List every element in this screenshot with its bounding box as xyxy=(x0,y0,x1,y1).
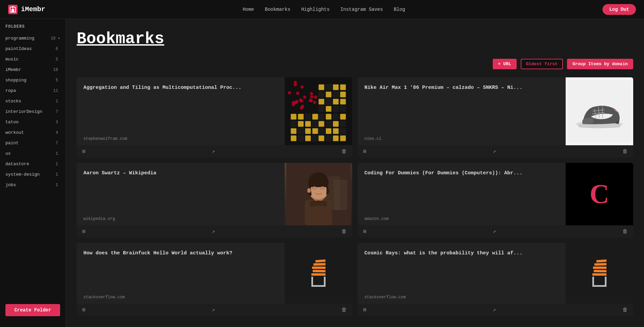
share-icon[interactable]: ↗ xyxy=(493,148,496,155)
bookmark-footer: ⊞ ↗ 🗑 xyxy=(77,145,352,157)
folder-name: iMembr xyxy=(5,67,53,72)
bookmark-text-section: Cosmic Rays: what is the probability the… xyxy=(358,243,566,304)
grid-icon[interactable]: ⊞ xyxy=(82,228,85,235)
folder-name: interiorDesign xyxy=(5,109,56,114)
svg-rect-34 xyxy=(340,99,346,104)
bookmark-image xyxy=(566,243,633,304)
grid-icon[interactable]: ⊞ xyxy=(82,148,85,155)
bookmark-title: Nike Air Max 1 '86 Premium – calzado – S… xyxy=(364,84,559,91)
folder-count: 11 xyxy=(53,89,58,93)
nav-bookmarks[interactable]: Bookmarks xyxy=(265,7,290,12)
bookmark-domain: stephenwolfram.com xyxy=(83,136,278,141)
brand-logo[interactable]: iMembr xyxy=(8,5,45,14)
trash-icon[interactable]: 🗑 xyxy=(622,148,628,155)
logout-button[interactable]: Log Out xyxy=(602,4,636,15)
folder-name: stocks xyxy=(5,99,56,104)
sidebar-item-ropa[interactable]: ropa 11 xyxy=(0,85,66,96)
nav-instagram-saves[interactable]: Instagram Saves xyxy=(340,7,383,12)
bookmark-card: Aaron Swartz – Wikipediawikipedia.org xyxy=(77,163,352,237)
sidebar-item-paint[interactable]: paint 7 xyxy=(0,138,66,148)
folder-name: datastore xyxy=(5,161,56,167)
main-content: Bookmarks + URL Oldest first Group Items… xyxy=(66,19,644,327)
share-icon[interactable]: ↗ xyxy=(493,228,496,235)
svg-rect-62 xyxy=(340,121,346,127)
sidebar-item-paintIdeas[interactable]: paintIdeas 6 xyxy=(0,44,66,54)
grid-icon[interactable]: ⊞ xyxy=(82,306,85,313)
folder-name: workout xyxy=(5,130,56,135)
share-icon[interactable]: ↗ xyxy=(212,306,215,313)
svg-rect-59 xyxy=(318,121,324,127)
sidebar-item-system-design[interactable]: system-design 1 xyxy=(0,169,66,180)
folder-count: 1 xyxy=(56,183,58,187)
bookmark-card: Aggregation and Tiling as Multicomputati… xyxy=(77,77,352,157)
sidebar-item-iMembr[interactable]: iMembr 18 xyxy=(0,65,66,75)
bookmark-card: Nike Air Max 1 '86 Premium – calzado – S… xyxy=(358,77,633,157)
trash-icon[interactable]: 🗑 xyxy=(622,228,628,235)
group-button[interactable]: Group Items by domain xyxy=(567,59,633,69)
svg-rect-32 xyxy=(326,99,331,104)
svg-point-18 xyxy=(300,99,303,103)
folder-list: programming 16 ▾ paintIdeas 6 music 5 iM… xyxy=(0,33,66,299)
nav-blog[interactable]: Blog xyxy=(394,7,405,12)
sort-button[interactable]: Oldest first xyxy=(521,59,563,69)
brand-name: iMembr xyxy=(21,5,45,13)
sidebar-item-datastore[interactable]: datastore 1 xyxy=(0,159,66,169)
folder-name: paintIdeas xyxy=(5,46,56,51)
svg-rect-24 xyxy=(326,84,331,90)
trash-icon[interactable]: 🗑 xyxy=(622,307,628,313)
sidebar-item-tatoo[interactable]: tatoo 3 xyxy=(0,117,66,127)
bookmark-text-section: Nike Air Max 1 '86 Premium – calzado – S… xyxy=(358,77,566,145)
folder-name: programming xyxy=(5,36,51,41)
bookmark-card: Cosmic Rays: what is the probability the… xyxy=(358,243,633,316)
bookmark-body: Nike Air Max 1 '86 Premium – calzado – S… xyxy=(358,77,633,145)
svg-rect-54 xyxy=(312,135,318,141)
folder-count: 7 xyxy=(56,109,58,114)
svg-rect-30 xyxy=(340,92,346,97)
svg-rect-37 xyxy=(333,106,339,112)
folder-count: 16 xyxy=(51,36,55,41)
svg-rect-69 xyxy=(333,135,339,141)
sidebar-item-stocks[interactable]: stocks 1 xyxy=(0,96,66,106)
sidebar-item-shopping[interactable]: shopping 5 xyxy=(0,75,66,85)
page-title: Bookmarks xyxy=(77,30,633,48)
nav-highlights[interactable]: Highlights xyxy=(301,7,330,12)
bookmark-title: Coding For Dummies (For Dummies (Compute… xyxy=(364,170,559,177)
svg-rect-61 xyxy=(333,121,339,127)
svg-rect-63 xyxy=(318,128,324,134)
svg-point-21 xyxy=(294,101,298,104)
grid-icon[interactable]: ⊞ xyxy=(363,228,366,235)
sidebar-item-workout[interactable]: workout 4 xyxy=(0,127,66,138)
svg-rect-39 xyxy=(291,114,297,120)
nav-home[interactable]: Home xyxy=(243,7,254,12)
folder-name: tatoo xyxy=(5,120,56,125)
sidebar-item-interiorDesign[interactable]: interiorDesign 7 xyxy=(0,106,66,117)
bookmark-image xyxy=(285,243,352,304)
trash-icon[interactable]: 🗑 xyxy=(341,307,347,313)
share-icon[interactable]: ↗ xyxy=(212,148,215,155)
svg-rect-58 xyxy=(340,114,346,120)
share-icon[interactable]: ↗ xyxy=(212,228,215,235)
sidebar: FOLDERS programming 16 ▾ paintIdeas 6 mu… xyxy=(0,19,66,327)
svg-rect-23 xyxy=(318,84,324,90)
bookmark-image xyxy=(285,77,352,145)
trash-icon[interactable]: 🗑 xyxy=(341,228,347,235)
bookmark-card: How does the Brainfuck Hello World actua… xyxy=(77,243,352,316)
share-icon[interactable]: ↗ xyxy=(493,306,496,313)
trash-icon[interactable]: 🗑 xyxy=(341,148,347,155)
svg-rect-52 xyxy=(298,135,304,141)
svg-rect-29 xyxy=(333,92,339,97)
grid-icon[interactable]: ⊞ xyxy=(363,306,366,313)
sidebar-item-ux[interactable]: ux 1 xyxy=(0,148,66,159)
svg-rect-60 xyxy=(326,121,331,127)
add-url-button[interactable]: + URL xyxy=(493,59,517,69)
sidebar-item-programming[interactable]: programming 16 ▾ xyxy=(0,33,66,44)
folder-count: 1 xyxy=(56,99,58,104)
svg-point-86 xyxy=(320,186,325,190)
sidebar-item-jobs[interactable]: jobs 1 xyxy=(0,180,66,190)
bookmark-title: Cosmic Rays: what is the probability the… xyxy=(364,250,559,257)
svg-rect-35 xyxy=(318,106,324,112)
grid-icon[interactable]: ⊞ xyxy=(363,148,366,155)
sidebar-item-music[interactable]: music 5 xyxy=(0,54,66,65)
create-folder-button[interactable]: Create Folder xyxy=(5,304,60,316)
svg-rect-64 xyxy=(326,128,331,134)
